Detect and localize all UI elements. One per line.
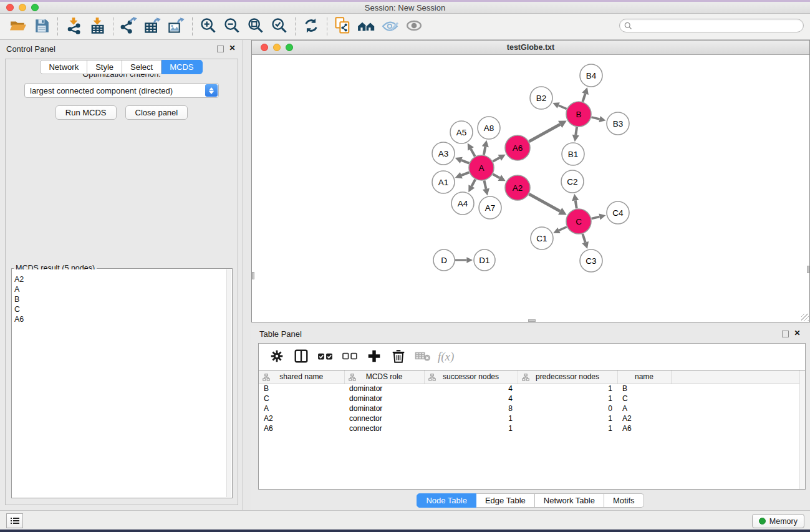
edge-B-B1[interactable]: [576, 127, 577, 135]
float-table-panel-icon[interactable]: [782, 331, 789, 337]
table-row[interactable]: Cdominator41C: [259, 394, 805, 404]
network-canvas[interactable]: B4B2BB3A5A8A6A3B1AA1C2A2A4A7C4CC1C3DD1: [252, 55, 809, 322]
delete-columns-button[interactable]: [389, 347, 408, 366]
cell-shared-name[interactable]: A6: [259, 423, 344, 433]
column-header-shared-name[interactable]: shared name: [259, 370, 344, 384]
cell-name[interactable]: A2: [617, 414, 671, 423]
table-options-gear-button[interactable]: [268, 347, 286, 366]
cell-successor-nodes[interactable]: 1: [424, 414, 518, 423]
cell-successor-nodes[interactable]: 8: [424, 404, 518, 414]
criterion-select[interactable]: largest connected component (directed): [24, 83, 219, 98]
table-row[interactable]: Bdominator41B: [259, 384, 805, 394]
edge-C-C4[interactable]: [591, 217, 599, 219]
edge-A6-B[interactable]: [529, 124, 560, 141]
export-network-button[interactable]: [117, 16, 141, 38]
cell-successor-nodes[interactable]: 4: [424, 384, 518, 394]
result-item[interactable]: A6: [14, 314, 226, 324]
run-mcds-button[interactable]: Run MCDS: [55, 105, 117, 120]
search-field[interactable]: [619, 19, 804, 32]
tab-motifs[interactable]: Motifs: [604, 493, 644, 508]
cell-mcds-role[interactable]: connector: [344, 423, 424, 433]
save-session-button[interactable]: [30, 16, 54, 38]
edge-A-A2[interactable]: [493, 174, 499, 178]
cell-mcds-role[interactable]: dominator: [344, 404, 424, 414]
tab-edge-table[interactable]: Edge Table: [476, 493, 535, 508]
table-scrollbar[interactable]: [799, 370, 805, 489]
search-input[interactable]: [632, 20, 803, 31]
tab-select[interactable]: Select: [122, 60, 162, 74]
cell-mcds-role[interactable]: dominator: [344, 384, 424, 394]
task-history-button[interactable]: [6, 513, 23, 528]
edge-B-B4[interactable]: [582, 94, 585, 102]
cell-predecessor-nodes[interactable]: 0: [518, 404, 617, 414]
column-header-successor-nodes[interactable]: successor nodes: [424, 370, 518, 384]
edge-C-C1[interactable]: [559, 227, 566, 231]
float-panel-icon[interactable]: [217, 46, 224, 52]
result-item[interactable]: A2: [14, 274, 226, 284]
zoom-in-button[interactable]: [196, 16, 220, 38]
first-neighbors-button[interactable]: [355, 16, 378, 38]
right-scrollbar-thumb[interactable]: [807, 266, 809, 273]
memory-button[interactable]: Memory: [752, 514, 804, 528]
edge-A-A8[interactable]: [484, 147, 485, 155]
table-row[interactable]: A2connector11A2: [259, 414, 805, 423]
edge-A-A7[interactable]: [484, 181, 486, 189]
open-session-button[interactable]: [6, 16, 30, 38]
cell-name[interactable]: A6: [617, 423, 671, 433]
edge-A2-C[interactable]: [529, 194, 560, 211]
edge-A-A5[interactable]: [471, 149, 475, 157]
cell-successor-nodes[interactable]: 1: [424, 423, 518, 433]
cell-name[interactable]: B: [617, 384, 671, 394]
tab-network[interactable]: Network: [40, 60, 87, 74]
show-graphics-details-button[interactable]: [402, 16, 426, 38]
network-from-selection-button[interactable]: [331, 16, 355, 38]
hide-graphics-details-button[interactable]: [378, 16, 402, 38]
edge-A-A4[interactable]: [471, 180, 475, 186]
cell-predecessor-nodes[interactable]: 1: [518, 394, 617, 404]
import-table-button[interactable]: [85, 16, 109, 38]
tab-network-table[interactable]: Network Table: [535, 493, 604, 508]
column-header-name[interactable]: name: [617, 370, 671, 384]
left-scrollbar-thumb[interactable]: [252, 272, 254, 279]
cell-predecessor-nodes[interactable]: 1: [518, 414, 617, 423]
result-item[interactable]: B: [14, 294, 226, 304]
cell-name[interactable]: C: [617, 394, 671, 404]
tab-node-table[interactable]: Node Table: [417, 493, 476, 508]
result-scrollbar[interactable]: [226, 269, 231, 497]
close-table-panel-icon[interactable]: ✕: [793, 330, 801, 338]
zoom-selected-button[interactable]: [268, 16, 291, 38]
deselect-all-columns-button[interactable]: [340, 347, 359, 366]
edge-A-A3[interactable]: [461, 160, 470, 163]
resize-grip[interactable]: [801, 314, 809, 321]
import-network-button[interactable]: [62, 16, 85, 38]
zoom-fit-button[interactable]: [244, 16, 268, 38]
cell-predecessor-nodes[interactable]: 1: [518, 384, 617, 394]
select-all-columns-button[interactable]: [316, 347, 335, 366]
table-row[interactable]: A6connector11A6: [259, 423, 805, 433]
bottom-scrollbar-thumb[interactable]: [528, 319, 536, 322]
create-column-button[interactable]: [365, 347, 383, 366]
network-window-titlebar[interactable]: testGlobe.txt: [252, 41, 809, 55]
cell-shared-name[interactable]: B: [259, 384, 344, 394]
apply-layout-button[interactable]: [299, 16, 323, 38]
edge-C-C2[interactable]: [576, 200, 577, 208]
edge-B-B2[interactable]: [559, 105, 567, 109]
cell-successor-nodes[interactable]: 4: [424, 394, 518, 404]
table-row[interactable]: Adominator80A: [259, 404, 805, 414]
cell-name[interactable]: A: [617, 404, 671, 414]
result-item[interactable]: C: [14, 304, 226, 314]
export-image-button[interactable]: [165, 16, 188, 38]
tab-style[interactable]: Style: [87, 60, 122, 74]
zoom-out-button[interactable]: [220, 16, 244, 38]
column-header-predecessor-nodes[interactable]: predecessor nodes: [518, 370, 617, 384]
close-panel-button[interactable]: Close panel: [125, 105, 188, 120]
column-header-mcds-role[interactable]: MCDS role: [344, 370, 424, 384]
cell-shared-name[interactable]: A2: [259, 414, 344, 423]
export-table-button[interactable]: [141, 16, 165, 38]
edge-C-C3[interactable]: [582, 234, 585, 243]
column-view-button[interactable]: [292, 347, 311, 366]
edge-B-B3[interactable]: [591, 117, 599, 119]
edge-A-A6[interactable]: [493, 158, 499, 162]
edge-A-A1[interactable]: [461, 172, 470, 175]
tab-mcds[interactable]: MCDS: [162, 60, 202, 74]
